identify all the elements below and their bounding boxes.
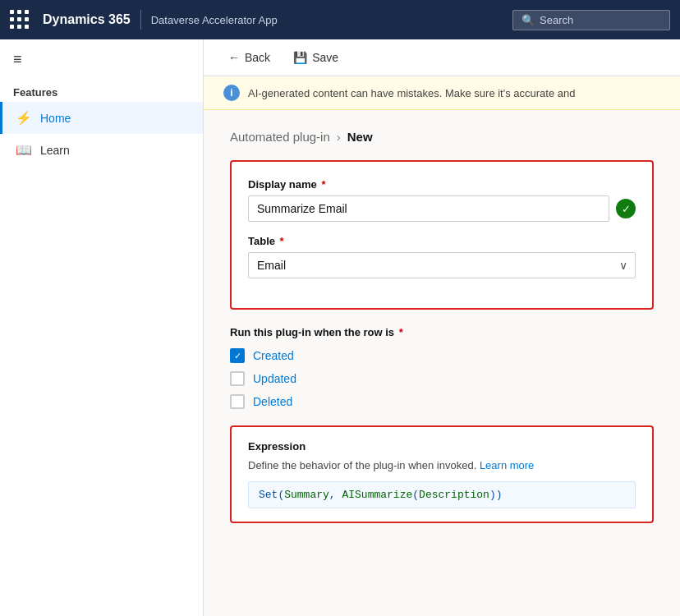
table-select-wrap: Email ∨ <box>248 252 636 278</box>
search-icon: 🔍 <box>521 14 535 26</box>
top-navigation: Dynamics 365 Dataverse Accelerator App 🔍… <box>0 0 680 39</box>
expression-code-block: Set(Summary, AISummarize(Description)) <box>248 481 636 508</box>
code-summary-param: Summary <box>284 489 329 501</box>
code-description-param: Description <box>419 489 489 501</box>
sidebar-item-home[interactable]: ⚡ Home <box>0 102 203 134</box>
checkbox-updated-label: Updated <box>253 372 296 385</box>
required-star-name: * <box>319 178 326 191</box>
display-name-input-wrap: ✓ <box>248 195 636 222</box>
checkbox-updated[interactable] <box>230 371 245 386</box>
home-icon: ⚡ <box>16 110 32 126</box>
required-star-table: * <box>277 235 284 247</box>
apps-grid-icon[interactable] <box>10 10 30 30</box>
breadcrumb-parent: Automated plug-in <box>230 130 330 144</box>
table-label: Table * <box>248 235 636 247</box>
code-set-keyword: Set <box>259 489 278 501</box>
checkbox-row-updated[interactable]: Updated <box>230 371 654 386</box>
checkbox-deleted[interactable] <box>230 394 245 409</box>
main-layout: ≡ Features ⚡ Home 📖 Learn ← Back 💾 Save … <box>0 39 680 616</box>
sidebar-item-home-label: Home <box>40 112 71 125</box>
required-star-trigger: * <box>396 326 403 338</box>
display-name-field: Display name * ✓ <box>248 178 636 222</box>
table-field: Table * Email ∨ <box>248 235 636 278</box>
valid-checkmark-icon: ✓ <box>616 199 636 218</box>
display-name-label: Display name * <box>248 178 636 191</box>
code-close-parens: )) <box>489 489 503 501</box>
brand-name: Dynamics 365 <box>43 12 131 27</box>
code-aisummarize-func: AISummarize <box>342 489 412 501</box>
learn-icon: 📖 <box>16 142 32 158</box>
checkbox-row-deleted[interactable]: Deleted <box>230 394 654 409</box>
code-inner-paren: ( <box>412 489 419 501</box>
table-select[interactable]: Email <box>248 252 636 278</box>
hamburger-menu[interactable]: ≡ <box>0 39 203 80</box>
save-button[interactable]: 💾 Save <box>288 48 343 67</box>
checkbox-created-label: Created <box>253 349 294 362</box>
save-label: Save <box>312 51 338 64</box>
back-button[interactable]: ← Back <box>223 48 275 67</box>
back-icon: ← <box>228 51 240 64</box>
ai-banner: i AI-generated content can have mistakes… <box>204 76 680 110</box>
display-name-input[interactable] <box>248 195 609 222</box>
breadcrumb: Automated plug-in › New <box>230 130 654 144</box>
form-card: Display name * ✓ Table * Email <box>230 160 654 310</box>
checkbox-deleted-label: Deleted <box>253 395 292 408</box>
trigger-label: Run this plug-in when the row is * <box>230 326 654 338</box>
search-box[interactable]: 🔍 Search <box>512 10 670 30</box>
check-icon-created: ✓ <box>234 351 241 361</box>
sidebar: ≡ Features ⚡ Home 📖 Learn <box>0 39 204 616</box>
content-area: ← Back 💾 Save i AI-generated content can… <box>204 39 680 616</box>
back-label: Back <box>245 51 270 64</box>
expression-card: Expression Define the behavior of the pl… <box>230 425 654 523</box>
save-icon: 💾 <box>293 51 307 64</box>
ai-banner-text: AI-generated content can have mistakes. … <box>248 87 575 99</box>
learn-more-link[interactable]: Learn more <box>480 459 534 471</box>
sidebar-item-learn-label: Learn <box>40 144 70 157</box>
breadcrumb-current: New <box>347 130 373 144</box>
breadcrumb-arrow: › <box>337 130 341 144</box>
sidebar-item-learn[interactable]: 📖 Learn <box>0 134 203 166</box>
search-placeholder: Search <box>540 14 573 26</box>
expression-title: Expression <box>248 440 636 453</box>
nav-divider <box>140 10 141 30</box>
info-icon: i <box>223 85 240 101</box>
trigger-section: Run this plug-in when the row is * ✓ Cre… <box>230 326 654 409</box>
checkbox-created[interactable]: ✓ <box>230 348 245 363</box>
sidebar-section-label: Features <box>0 80 203 102</box>
app-subtitle: Dataverse Accelerator App <box>151 14 278 26</box>
code-comma: , <box>329 489 342 501</box>
page-content: Automated plug-in › New Display name * ✓ <box>204 110 680 616</box>
checkbox-row-created[interactable]: ✓ Created <box>230 348 654 363</box>
expression-desc: Define the behavior of the plug-in when … <box>248 459 636 471</box>
toolbar: ← Back 💾 Save <box>204 39 680 76</box>
